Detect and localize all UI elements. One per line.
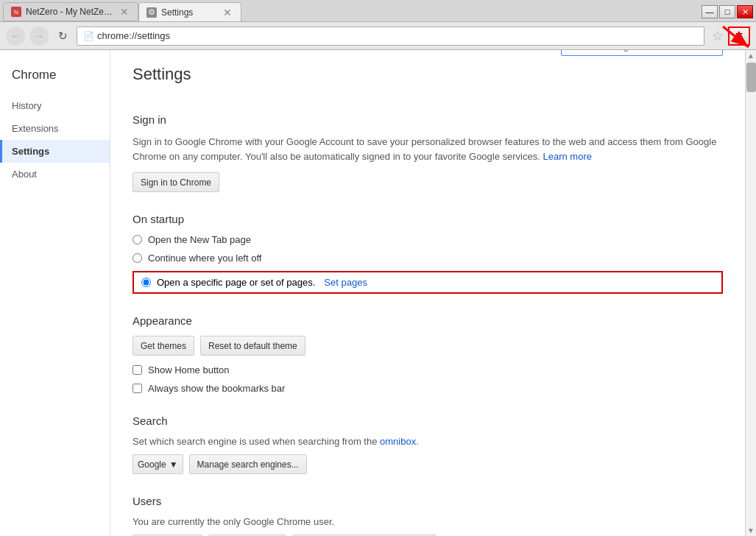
startup-continue-option[interactable]: Continue where you left off xyxy=(133,253,723,264)
startup-specific-page-option[interactable]: Open a specific page or set of pages. Se… xyxy=(133,271,723,294)
startup-new-tab-radio[interactable] xyxy=(133,235,142,244)
sign-in-section: Sign in Sign in to Google Chrome with yo… xyxy=(133,113,723,192)
forward-button[interactable]: → xyxy=(29,27,49,46)
startup-new-tab-label: Open the New Tab page xyxy=(148,234,251,245)
startup-specific-label: Open a specific page or set of pages. xyxy=(157,277,315,288)
scrollbar[interactable]: ▲ ▼ xyxy=(745,50,756,536)
address-bar: ← → ↻ 📄 chrome://settings ☆ ≡ xyxy=(0,22,756,50)
settings-content: Settings Sign in Sign in to Google Chrom… xyxy=(110,50,745,536)
close-button[interactable]: ✕ xyxy=(737,5,753,18)
address-bar-wrapper: ← → ↻ 📄 chrome://settings ☆ ≡ xyxy=(0,22,756,50)
get-themes-button[interactable]: Get themes xyxy=(133,336,194,356)
bookmarks-bar-option[interactable]: Always show the bookmarks bar xyxy=(133,383,723,394)
users-section: Users You are currently the only Google … xyxy=(133,495,723,536)
on-startup-title: On startup xyxy=(133,213,723,225)
settings-favicon: ⚙ xyxy=(146,7,157,18)
sidebar-item-about[interactable]: About xyxy=(0,163,110,186)
maximize-button[interactable]: □ xyxy=(719,5,735,18)
startup-new-tab-option[interactable]: Open the New Tab page xyxy=(133,234,723,245)
sidebar-item-settings[interactable]: Settings xyxy=(0,140,110,163)
bookmarks-bar-checkbox[interactable] xyxy=(133,384,142,393)
tab-netzero[interactable]: N NetZero - My NetZero Per... ✕ xyxy=(3,2,138,21)
search-settings-input[interactable] xyxy=(561,50,723,56)
page-title: Settings xyxy=(133,65,191,84)
url-icon: 📄 xyxy=(83,31,94,41)
startup-specific-radio[interactable] xyxy=(141,278,151,287)
tab-settings[interactable]: ⚙ Settings ✕ xyxy=(138,2,241,21)
minimize-button[interactable]: ― xyxy=(702,5,718,18)
sidebar-item-extensions[interactable]: Extensions xyxy=(0,117,110,140)
on-startup-section: On startup Open the New Tab page Continu… xyxy=(133,213,723,294)
reload-button[interactable]: ↻ xyxy=(53,27,72,46)
show-home-label: Show Home button xyxy=(148,364,230,375)
main-area: Chrome History Extensions Settings About… xyxy=(0,50,756,536)
tab-settings-label: Settings xyxy=(161,7,217,18)
omnibox-link[interactable]: omnibox xyxy=(380,436,416,447)
url-text: chrome://settings xyxy=(97,30,170,41)
bookmark-star-icon[interactable]: ☆ xyxy=(712,28,724,44)
search-engine-dropdown[interactable]: Google ▼ xyxy=(133,454,183,474)
sidebar: Chrome History Extensions Settings About xyxy=(0,50,110,536)
manage-search-engines-button[interactable]: Manage search engines... xyxy=(189,454,307,474)
tab-netzero-label: NetZero - My NetZero Per... xyxy=(26,7,114,17)
learn-more-link[interactable]: Learn more xyxy=(543,151,591,162)
search-title: Search xyxy=(133,415,723,427)
scrollbar-up-arrow[interactable]: ▲ xyxy=(746,50,756,61)
reset-theme-button[interactable]: Reset to default theme xyxy=(200,336,305,356)
search-description: Set which search engine is used when sea… xyxy=(133,436,723,447)
browser-frame: N NetZero - My NetZero Per... ✕ ⚙ Settin… xyxy=(0,0,756,536)
window-controls: ― □ ✕ xyxy=(702,5,753,21)
users-title: Users xyxy=(133,495,723,507)
appearance-title: Appearance xyxy=(133,314,723,327)
bookmarks-bar-label: Always show the bookmarks bar xyxy=(148,383,285,394)
dropdown-arrow-icon: ▼ xyxy=(169,459,178,470)
search-engine-row: Google ▼ Manage search engines... xyxy=(133,454,723,474)
startup-continue-label: Continue where you left off xyxy=(148,253,261,264)
tab-netzero-close[interactable]: ✕ xyxy=(119,6,130,18)
search-section: Search Set which search engine is used w… xyxy=(133,415,723,474)
appearance-section: Appearance Get themes Reset to default t… xyxy=(133,314,723,394)
show-home-button-option[interactable]: Show Home button xyxy=(133,364,723,375)
netzero-favicon: N xyxy=(11,7,21,17)
startup-continue-radio[interactable] xyxy=(133,253,142,263)
chrome-menu-button[interactable]: ≡ xyxy=(728,27,750,46)
show-home-checkbox[interactable] xyxy=(133,365,142,375)
set-pages-link[interactable]: Set pages xyxy=(324,277,367,288)
sidebar-item-history[interactable]: History xyxy=(0,94,110,117)
sign-in-title: Sign in xyxy=(133,113,723,126)
scrollbar-thumb[interactable] xyxy=(746,63,756,92)
scrollbar-down-arrow[interactable]: ▼ xyxy=(746,525,756,536)
back-button[interactable]: ← xyxy=(6,27,25,46)
sidebar-title: Chrome xyxy=(0,62,110,94)
tab-settings-close[interactable]: ✕ xyxy=(222,7,233,18)
sign-in-button[interactable]: Sign in to Chrome xyxy=(133,172,219,192)
users-description: You are currently the only Google Chrome… xyxy=(133,516,723,527)
url-bar[interactable]: 📄 chrome://settings xyxy=(77,27,704,46)
title-bar: N NetZero - My NetZero Per... ✕ ⚙ Settin… xyxy=(0,0,756,22)
sign-in-description: Sign in to Google Chrome with your Googl… xyxy=(133,135,723,163)
